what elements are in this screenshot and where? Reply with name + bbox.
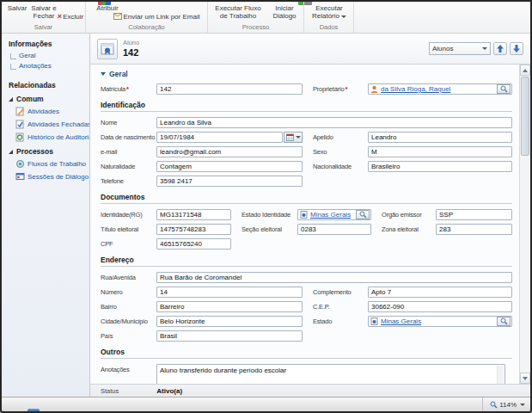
lookup-button[interactable] [356,210,370,219]
save-and-close-button[interactable]: Salvar e Fechar [29,4,58,20]
email-label: e-mail [101,148,156,156]
complemento-input[interactable] [368,287,512,298]
sidebar-header-informacoes: Informações [9,40,85,48]
form-scrollbar[interactable] [519,65,530,384]
run-report-button[interactable]: Executar Relatório [309,4,350,20]
zona-eleitoral-input[interactable] [436,224,512,235]
nacionalidade-label: Nacionalidade [303,163,368,170]
send-link-email-button[interactable]: Enviar um Link por Email [107,13,206,21]
nacionalidade-input[interactable] [368,161,512,172]
anotacoes-textarea[interactable]: Aluno transferido durante período escola… [156,364,505,384]
apelido-input[interactable] [368,132,512,143]
form-header: Aluno 142 Alunos [90,34,530,65]
nome-label: Nome [101,119,156,126]
expand-triangle-icon [9,97,13,102]
magnifier-icon [500,317,508,325]
nav-group-processos[interactable]: Processos [9,147,85,156]
crm-window: Salvar Salvar e Fechar ×Excluir Salvar A… [0,0,532,413]
cpf-input[interactable] [156,238,231,250]
email-input[interactable] [156,146,303,157]
apelido-label: Apelido [303,133,368,141]
run-workflow-button[interactable]: Executar Fluxo de Trabalho [211,4,265,20]
numero-input[interactable] [156,287,303,298]
scroll-down-button[interactable] [520,373,530,384]
proprietario-link[interactable]: da Silva Rioga, Raquel [381,85,494,93]
lookup-button[interactable] [497,84,511,94]
estado-lookup[interactable]: Minas Gerais [368,316,512,327]
data-nascimento-input[interactable] [156,132,283,143]
delete-x-icon: × [58,12,62,21]
scroll-thumb[interactable] [521,77,529,156]
sidebar-item-atividades-fechadas[interactable]: Atividades Fechadas [15,120,85,129]
email-icon [113,13,122,20]
record-type-select[interactable]: Alunos [429,42,491,55]
nome-input[interactable] [156,117,512,128]
assign-button[interactable]: Atribuir [93,4,122,12]
proprietario-label: Proprietário* [303,85,368,93]
entity-icon [97,39,118,59]
naturalidade-input[interactable] [156,161,303,172]
identidade-rg-input[interactable] [156,209,231,220]
matricula-input[interactable] [156,83,303,95]
ribbon-group-salvar: Salvar Salvar e Fechar ×Excluir Salvar [2,2,86,33]
magnifier-icon [500,85,508,93]
estado-label: Estado [303,317,368,325]
orgao-emissor-input[interactable] [436,209,512,220]
required-asterisk: * [126,85,129,93]
ribbon-group-label: Salvar [2,23,85,31]
sidebar-item-anotacoes[interactable]: Anotações [10,62,85,70]
estado-link[interactable]: Minas Gerais [381,317,494,325]
scroll-up-button[interactable] [520,65,530,76]
data-nascimento-label: Data de nascimento [101,133,156,141]
datepicker-button[interactable] [284,132,303,143]
titulo-eleitoral-input[interactable] [156,224,231,235]
calendar-icon [286,133,294,141]
numero-label: Número [101,288,156,296]
record-nav-down-button[interactable] [510,42,523,55]
sidebar-item-historico-auditoria[interactable]: Histórico de Auditoria [15,133,85,142]
cep-label: C.E.P. [303,303,368,311]
ribbon-group-processo: Executar Fluxo de Trabalho Iniciar Diálo… [208,2,304,33]
delete-button[interactable]: ×Excluir [55,12,86,21]
lookup-button[interactable] [497,317,511,326]
sidebar-item-sessoes-dialogo[interactable]: Sessões de Diálogo [15,172,85,182]
sidebar-item-fluxos-trabalho[interactable]: Fluxos de Trabalho [15,159,85,169]
telefone-input[interactable] [156,176,303,187]
arrow-down-icon [523,377,528,380]
estado-entity-icon [370,317,378,325]
dropdown-arrow-icon [296,136,301,139]
rua-avenida-input[interactable] [156,272,512,283]
pais-input[interactable] [156,330,303,342]
sidebar-item-geral[interactable]: Geral [10,52,85,59]
zoom-control[interactable]: 114% [482,398,525,411]
section-geral-toggle[interactable]: Geral [101,70,512,78]
estado-entity-icon [300,211,308,219]
textarea-scrollbar[interactable] [497,366,504,384]
cep-input[interactable] [368,301,512,312]
required-asterisk: * [345,85,347,93]
estado-identidade-lookup[interactable]: Minas Gerais [297,209,371,220]
statusbar: 114% [2,397,530,411]
record-nav-up-button[interactable] [493,42,507,55]
dropdown-arrow-icon [341,15,346,18]
cpf-label: CPF [101,240,156,248]
sexo-label: Sexo [303,148,368,156]
proprietario-lookup[interactable]: da Silva Rioga, Raquel [368,83,512,95]
sidebar-item-atividades[interactable]: Atividades [15,107,85,116]
zoom-magnifier-icon [490,401,498,409]
secao-eleitoral-input[interactable] [297,224,371,235]
save-button[interactable]: Salvar [5,4,29,12]
collapse-triangle-icon [101,72,106,76]
nav-group-comum[interactable]: Comum [9,95,85,103]
start-dialog-button[interactable]: Iniciar Diálogo [268,4,301,20]
estado-identidade-link[interactable]: Minas Gerais [310,211,353,219]
bairro-input[interactable] [156,301,303,312]
section-header-identificacao: Identificação [101,101,512,112]
cidade-municipio-label: Cidade/Município [101,317,156,325]
secao-eleitoral-label: Seção eleitoral [231,225,297,233]
sexo-input[interactable] [368,146,512,157]
ribbon-group-label: Dados [304,23,353,31]
zoom-level: 114% [499,401,517,409]
rua-avenida-label: Rua/Avenida [101,274,156,281]
cidade-municipio-input[interactable] [156,316,303,327]
